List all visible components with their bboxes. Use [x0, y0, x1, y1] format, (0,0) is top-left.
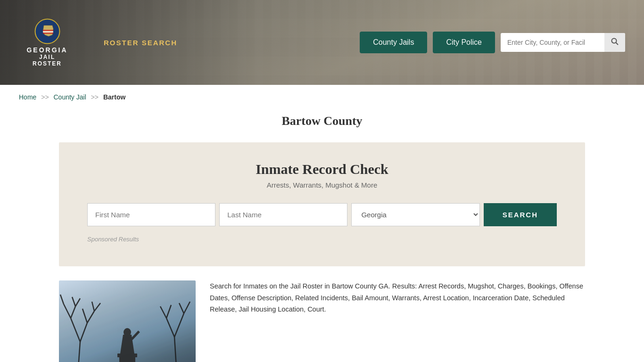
svg-line-20: [174, 313, 184, 337]
tree-icon: [59, 280, 196, 362]
svg-line-15: [75, 298, 80, 306]
inmate-search-form: AlabamaAlaskaArizonaArkansasCaliforniaCo…: [87, 203, 557, 226]
svg-rect-2: [43, 30, 53, 31]
svg-line-18: [94, 303, 100, 311]
svg-line-16: [60, 295, 64, 304]
svg-line-21: [166, 318, 174, 337]
county-jails-button[interactable]: County Jails: [360, 32, 427, 53]
logo-roster: ROSTER: [33, 60, 62, 67]
logo-georgia: GEORGIA: [26, 46, 67, 54]
breadcrumb-sep1: >>: [41, 93, 49, 101]
inmate-search-button[interactable]: SEARCH: [484, 203, 557, 226]
logo: ★ GEORGIA JAIL ROSTER: [19, 18, 75, 67]
logo-jail: JAIL: [39, 54, 55, 60]
svg-line-10: [64, 304, 71, 318]
svg-line-23: [179, 303, 184, 313]
svg-rect-3: [43, 31, 53, 33]
inmate-record-section: Inmate Record Check Arrests, Warrants, M…: [59, 142, 585, 266]
sponsored-label: Sponsored Results: [87, 236, 557, 243]
header-search-bar: [501, 33, 625, 52]
state-select[interactable]: AlabamaAlaskaArizonaArkansasCaliforniaCo…: [351, 203, 479, 226]
last-name-input[interactable]: [219, 203, 347, 226]
svg-line-11: [71, 306, 75, 318]
header: ★ GEORGIA JAIL ROSTER ROSTER SEARCH Coun…: [0, 0, 644, 85]
inmate-record-subtitle: Arrests, Warrants, Mugshot & More: [87, 181, 557, 189]
svg-line-6: [616, 43, 619, 45]
bottom-image: [59, 280, 196, 362]
georgia-seal-icon: ★: [34, 18, 60, 44]
svg-rect-4: [43, 33, 53, 34]
svg-line-12: [83, 309, 87, 323]
breadcrumb-county-jail[interactable]: County Jail: [54, 93, 86, 101]
breadcrumb-sep2: >>: [91, 93, 99, 101]
svg-line-22: [184, 302, 190, 313]
bottom-section: Search for Inmates on the Jail Roster in…: [0, 266, 644, 362]
header-search-button[interactable]: [604, 33, 625, 52]
roster-search-link[interactable]: ROSTER SEARCH: [104, 39, 177, 47]
svg-line-25: [166, 305, 171, 318]
page-title: Bartow County: [0, 114, 644, 128]
bottom-description: Search for Inmates on the Jail Roster in…: [210, 280, 585, 315]
svg-line-17: [92, 302, 94, 311]
breadcrumb: Home >> County Jail >> Bartow: [0, 85, 644, 109]
search-icon: [611, 38, 619, 45]
svg-line-9: [80, 323, 87, 342]
svg-line-14: [72, 297, 75, 306]
header-right: County Jails City Police: [360, 32, 625, 53]
svg-line-13: [87, 311, 94, 323]
first-name-input[interactable]: [87, 203, 215, 226]
svg-line-7: [78, 342, 80, 362]
breadcrumb-home[interactable]: Home: [19, 93, 36, 101]
svg-line-19: [174, 337, 177, 362]
svg-line-24: [160, 306, 166, 318]
breadcrumb-current: Bartow: [103, 93, 125, 101]
svg-line-30: [132, 331, 139, 339]
header-search-input[interactable]: [501, 34, 604, 51]
city-police-button[interactable]: City Police: [433, 32, 495, 53]
inmate-record-title: Inmate Record Check: [87, 161, 557, 177]
svg-line-8: [71, 318, 80, 342]
svg-point-5: [612, 39, 617, 43]
